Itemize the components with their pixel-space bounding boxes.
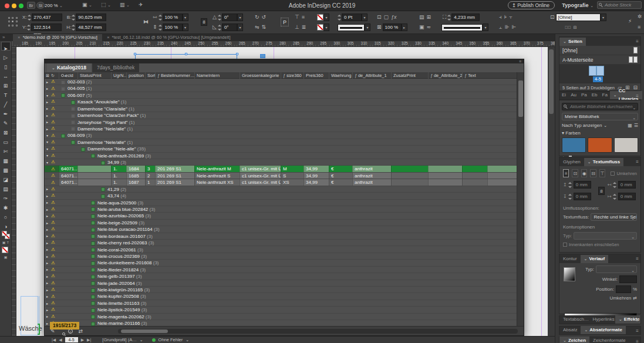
link-scale-icon[interactable]: 8 [201,18,207,26]
shear-field[interactable]: 0° [222,23,237,31]
scrollbar-thumb[interactable] [121,329,168,333]
offset-bottom-field[interactable]: ↧0 mm [563,193,596,200]
colors-section-header[interactable]: ▾ Farben [562,130,638,136]
align-bottom-icon[interactable]: ⊥ [295,23,299,32]
screen-mode-button[interactable]: ▣ [2,255,10,260]
table-cell[interactable] [77,166,111,172]
offset-top-field[interactable]: ↥0 mm [563,181,596,189]
table-cell[interactable] [391,166,428,172]
table-cell[interactable] [428,179,462,185]
flip-vertical-icon[interactable]: ⇅ [262,23,267,32]
table-row[interactable]: ⚠64071…1.16843201 269 S1Nele-anthrazit M… [45,166,518,172]
last-page-icon[interactable]: ▶| [87,338,91,342]
table-row[interactable]: ▸⚠Jerseyhose "Yoga Pant" (1) [45,119,518,126]
gradient-feather-tool[interactable]: ◪ [1,173,11,182]
chevron-down-icon[interactable]: ▾ [483,23,488,31]
table-row[interactable]: ▸⚠Damenhose "Clara/alle" (1) [45,106,518,112]
table-cell[interactable] [462,173,487,179]
expander-icon[interactable]: ▸ [45,113,50,117]
fill-color-swatch[interactable] [317,14,323,21]
column-header[interactable]: ecid [59,72,77,79]
effects-icon[interactable]: ƒx [391,13,397,22]
corner-shape-icon[interactable]: ▢ [384,13,389,22]
collapsed-panel-tab[interactable]: Au [568,91,579,99]
master-page-row[interactable]: [Ohne] [559,46,640,55]
chevron-down-icon[interactable]: ▾ [323,14,329,21]
table-cell[interactable]: Nele-anthrazit S [194,173,240,179]
table-cell[interactable]: S [281,173,304,179]
collapsed-panel-tab[interactable]: Fa [600,91,610,99]
library-select[interactable]: Meine Bibliothek⌄ [562,113,638,120]
table-cell[interactable]: 1685 [126,173,145,179]
grid-view-icon[interactable]: ▦ [628,123,632,128]
panel-tab[interactable]: ⌄Absatzformate [581,326,625,334]
table-row[interactable]: ▸⚠004-005 (1) [45,85,518,92]
pencil-tool[interactable]: ✎ [1,117,11,126]
selection-handle[interactable] [185,53,187,55]
collapsed-panel-tab[interactable]: Pa [579,91,589,99]
table-row[interactable]: ▸⚠Nele-blue curacao-201164 (3) [45,226,518,233]
close-tab-icon[interactable]: × [107,34,110,41]
gap-tool[interactable]: ↔ [1,70,11,79]
scale-x-stepper[interactable] [159,15,162,21]
table-cell[interactable]: 34,99 [304,173,329,179]
table-row[interactable]: ▸⚠Nele-gelb-201397 (3) [45,273,518,280]
expander-icon[interactable]: ▸ [45,187,50,191]
line-tool[interactable]: ╱ [1,98,11,107]
scale-y-stepper[interactable] [159,25,162,31]
library-search-input[interactable]: Aktuelle Bibliothek durchsuchen⌄ [562,103,638,110]
zoom-tool[interactable]: ○ [1,211,11,220]
wrap-offset-field[interactable]: 4,233 mm [451,14,480,21]
wrap-mode-3-button[interactable]: ⊟ [590,169,596,177]
table-cell[interactable]: anthrazit [352,166,391,172]
expander-icon[interactable]: ▸ [45,200,50,204]
panel-menu-icon[interactable]: ≡ [636,39,639,44]
expander-icon[interactable]: ▸ [45,127,50,131]
table-cell[interactable]: 3 [145,166,155,172]
table-cell[interactable]: 1. [111,179,126,185]
x-stepper[interactable] [28,15,31,21]
table-cell[interactable]: € [329,179,352,185]
table-cell[interactable]: 1 [145,179,155,185]
panel-tab[interactable]: Absatz [559,326,581,334]
table-row[interactable]: ▸⚠Nele-cherry red-202063 (3) [45,240,518,246]
sync-icon[interactable]: ↻ [51,72,55,79]
horizontal-ruler[interactable]: 1851901952002052102152202252302352402452… [12,41,555,47]
chevron-down-icon[interactable]: ▾ [183,23,188,31]
panel-tab[interactable]: 7days_Bibliothek [92,63,139,72]
expander-icon[interactable]: ▸ [45,267,50,271]
chevron-down-icon[interactable]: ▾ [365,23,370,31]
table-row[interactable]: ▸⚠Nele-lipstick-201549 (3) [45,307,518,313]
table-row[interactable]: ▸⚠Nele-dunkelbeere-201608 (3) [45,260,518,266]
panel-tab[interactable]: ⌄Zeichen [559,337,589,343]
table-cell[interactable]: 201 269 S1 [155,179,194,185]
table-cell[interactable]: € [329,166,352,172]
page-tool[interactable]: ▯ [1,60,11,69]
selection-tool[interactable]: ➤ [1,42,11,51]
collapsed-panel-tab[interactable]: Ei [559,91,568,99]
vertical-ruler[interactable] [12,47,16,343]
tab-stroke[interactable]: Kontur [559,255,581,263]
expander-icon[interactable]: ▸ [45,194,50,198]
expander-icon[interactable]: ▸ [45,261,50,265]
rotate-ccw-icon[interactable]: ↺ [262,13,267,22]
content-collector-tool[interactable]: ⊞ [1,79,11,88]
column-header[interactable]: Groessenkategorie [240,72,281,79]
document-scrollbar[interactable] [548,47,555,342]
table-cell[interactable] [77,173,111,179]
expander-icon[interactable]: ▸ [45,294,50,298]
panel-menu-icon[interactable]: ≡ [636,256,639,261]
shear-stepper[interactable] [218,25,221,31]
gradient-swatch-tool[interactable]: ▩ [1,164,11,173]
wrap-to-select[interactable]: Rechte und linke Seite⌄ [591,213,637,221]
rotation-field[interactable]: 0° [222,14,237,21]
table-cell[interactable]: 64071… [59,173,77,179]
chevron-down-icon[interactable]: ▾ [237,14,243,21]
table-row[interactable]: ▸⚠Nele-azurblau-202065 (3) [45,213,518,219]
table-cell[interactable] [462,179,487,185]
panel-vertical-scrollbar[interactable] [517,72,524,327]
table-cell[interactable]: M [281,166,304,172]
column-header[interactable]: Preis360 [304,72,329,79]
contour-type-select[interactable]: ⌄ [574,232,637,240]
distribute-center-icon[interactable]: ⊪ [504,23,509,32]
